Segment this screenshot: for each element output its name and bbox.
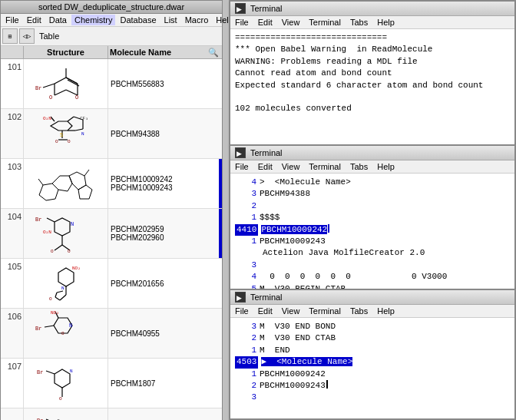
row-structure: O₂N S O O N CF₃ bbox=[24, 109, 108, 158]
t1-menu-tabs[interactable]: Tabs bbox=[349, 17, 369, 28]
row-bar bbox=[219, 209, 222, 258]
table-row: 107 Br N O PBCHM1807 bbox=[1, 359, 222, 408]
svg-text:O₂N: O₂N bbox=[43, 116, 51, 121]
terminal-1-menubar: File Edit View Terminal Tabs Help bbox=[230, 16, 514, 29]
row-molecule-name: PBCHM94388 bbox=[108, 109, 222, 158]
row-molecule-name: PBCHM9990042 bbox=[108, 408, 222, 420]
svg-line-54 bbox=[45, 326, 54, 327]
table-label: Table bbox=[39, 31, 59, 41]
row-number: 104 bbox=[1, 209, 24, 258]
svg-marker-44 bbox=[58, 268, 74, 286]
t-line: 3 bbox=[235, 392, 510, 403]
t-line: 4503▶ <Molecule Name> bbox=[235, 356, 510, 368]
t2-menu-tabs[interactable]: Tabs bbox=[349, 161, 369, 172]
table-row: Br N PBCHM9990042 bbox=[1, 408, 222, 420]
table-body: 101 O O Br bbox=[1, 59, 222, 420]
svg-text:O: O bbox=[68, 139, 71, 144]
terminal-3-content: 3M V30 END BOND 2M V30 END CTAB 1M END 4… bbox=[230, 318, 514, 407]
terminal-1-title: Terminal bbox=[250, 4, 283, 13]
terminal-2-menubar: File Edit View Terminal Tabs Help bbox=[230, 160, 514, 174]
svg-line-38 bbox=[47, 218, 55, 222]
svg-line-61 bbox=[46, 371, 55, 374]
t3-menu-help[interactable]: Help bbox=[375, 306, 396, 316]
svg-text:Br: Br bbox=[37, 369, 43, 375]
terminal-1: ▶ Terminal File Edit View Terminal Tabs … bbox=[229, 0, 516, 146]
svg-line-48 bbox=[55, 293, 57, 297]
t-line: Actelion Java MolfileCreator 2.0 bbox=[235, 247, 510, 259]
col-header-num bbox=[1, 46, 24, 58]
t1-menu-edit[interactable]: Edit bbox=[256, 17, 274, 28]
svg-line-32 bbox=[84, 170, 89, 176]
svg-line-15 bbox=[68, 117, 74, 121]
t1-menu-file[interactable]: File bbox=[233, 17, 250, 28]
t2-menu-file[interactable]: File bbox=[233, 161, 250, 172]
row-structure: O O Br bbox=[24, 59, 108, 108]
t-line: 2 bbox=[235, 200, 510, 212]
t2-menu-terminal[interactable]: Terminal bbox=[307, 161, 342, 172]
svg-line-47 bbox=[55, 297, 60, 300]
row-number: 103 bbox=[1, 159, 24, 208]
row-molecule-name: PBCHM1807 bbox=[108, 359, 222, 408]
row-structure: Br O₂N N O O bbox=[24, 209, 108, 258]
app-toolbar: ⊞ ◁▷ Table bbox=[1, 27, 222, 46]
menu-macro[interactable]: Macro bbox=[182, 15, 212, 25]
svg-text:O: O bbox=[51, 249, 54, 254]
t-line: 3 bbox=[235, 260, 510, 271]
row-number: 101 bbox=[1, 59, 24, 108]
svg-line-7 bbox=[43, 84, 55, 88]
svg-text:N: N bbox=[71, 221, 74, 227]
row-number: 106 bbox=[1, 309, 24, 358]
table-row: 104 Br O₂N N O O bbox=[1, 209, 222, 259]
search-icon[interactable]: 🔍 bbox=[205, 46, 222, 58]
t-line: 2M V30 END CTAB bbox=[235, 332, 510, 344]
t-line: Cannot read atom and bond count bbox=[235, 68, 510, 79]
svg-text:S: S bbox=[60, 132, 63, 138]
menu-data[interactable]: Data bbox=[46, 15, 70, 25]
svg-text:N: N bbox=[81, 131, 84, 137]
t3-menu-file[interactable]: File bbox=[233, 306, 250, 316]
t1-menu-help[interactable]: Help bbox=[375, 17, 396, 28]
t-line: 102 molecules converted bbox=[235, 103, 510, 114]
row-molecule-name: PBCHM40955 bbox=[108, 309, 222, 358]
t3-menu-edit[interactable]: Edit bbox=[256, 306, 274, 316]
terminal-1-content: ============================== *** Open … bbox=[230, 29, 514, 118]
t2-menu-help[interactable]: Help bbox=[375, 161, 396, 172]
t2-menu-view[interactable]: View bbox=[280, 161, 302, 172]
menu-database[interactable]: Database bbox=[117, 15, 159, 25]
t-line: 1$$$$ bbox=[235, 212, 510, 223]
menu-chemistry[interactable]: Chemistry bbox=[71, 15, 116, 25]
t-line: 3M V30 END BOND bbox=[235, 321, 510, 332]
row-bar bbox=[219, 159, 222, 208]
t3-menu-terminal[interactable]: Terminal bbox=[307, 306, 342, 316]
row-structure: Br N O bbox=[24, 359, 108, 408]
t-line: Expected standard 6 character atom and b… bbox=[235, 80, 510, 91]
toolbar-btn-2[interactable]: ◁▷ bbox=[19, 28, 35, 44]
svg-text:O: O bbox=[68, 249, 71, 254]
t2-menu-edit[interactable]: Edit bbox=[256, 161, 274, 172]
app-title: sorted DW_deduplicate_structure.dwar bbox=[38, 2, 184, 12]
menu-edit[interactable]: Edit bbox=[24, 15, 45, 25]
svg-text:O: O bbox=[49, 94, 52, 101]
svg-line-12 bbox=[68, 80, 79, 86]
menu-list[interactable]: List bbox=[161, 15, 180, 25]
svg-line-36 bbox=[55, 245, 62, 250]
svg-line-18 bbox=[75, 129, 83, 131]
t1-menu-view[interactable]: View bbox=[280, 17, 302, 28]
svg-text:Br: Br bbox=[35, 326, 41, 332]
menu-file[interactable]: File bbox=[2, 15, 22, 25]
terminal-icon: ▶ bbox=[235, 292, 246, 303]
app-titlebar: sorted DW_deduplicate_structure.dwar bbox=[1, 1, 222, 14]
row-number: 102 bbox=[1, 109, 24, 158]
t3-menu-view[interactable]: View bbox=[280, 306, 302, 316]
t3-menu-tabs[interactable]: Tabs bbox=[349, 306, 369, 316]
t1-menu-terminal[interactable]: Terminal bbox=[307, 17, 342, 28]
toolbar-btn-1[interactable]: ⊞ bbox=[2, 28, 18, 44]
col-header-name: Molecule Name bbox=[108, 46, 205, 58]
svg-marker-13 bbox=[51, 121, 72, 131]
svg-text:NO₂: NO₂ bbox=[51, 310, 59, 316]
row-molecule-name: PBCHM10009242 PBCHM10009243 bbox=[108, 159, 217, 208]
t-line: 4410PBCHM10009242 bbox=[235, 224, 510, 236]
row-structure bbox=[24, 159, 108, 208]
terminal-3: ▶ Terminal File Edit View Terminal Tabs … bbox=[229, 289, 516, 420]
svg-text:O: O bbox=[49, 296, 52, 302]
